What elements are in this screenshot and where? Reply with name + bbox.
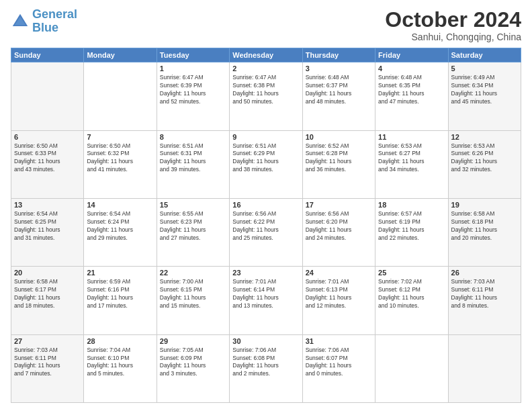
day-number: 25: [378, 269, 445, 277]
calendar-week-2: 6Sunrise: 6:50 AM Sunset: 6:33 PM Daylig…: [11, 130, 521, 198]
day-number: 26: [451, 269, 518, 277]
day-number: 24: [306, 269, 372, 277]
day-info: Sunrise: 7:06 AM Sunset: 6:07 PM Dayligh…: [306, 347, 372, 379]
calendar-cell: 10Sunrise: 6:52 AM Sunset: 6:28 PM Dayli…: [302, 130, 375, 198]
day-number: 9: [232, 133, 299, 141]
header: General Blue October 2024 Sanhui, Chongq…: [11, 8, 521, 42]
day-info: Sunrise: 6:50 AM Sunset: 6:32 PM Dayligh…: [87, 142, 153, 175]
day-info: Sunrise: 7:06 AM Sunset: 6:08 PM Dayligh…: [232, 347, 299, 379]
day-info: Sunrise: 6:51 AM Sunset: 6:31 PM Dayligh…: [160, 142, 226, 175]
title-block: October 2024 Sanhui, Chongqing, China: [385, 8, 521, 42]
calendar-cell: 1Sunrise: 6:47 AM Sunset: 6:39 PM Daylig…: [157, 62, 229, 130]
calendar-cell: 17Sunrise: 6:56 AM Sunset: 6:20 PM Dayli…: [302, 198, 375, 266]
calendar-cell: [84, 62, 157, 130]
calendar-cell: 11Sunrise: 6:53 AM Sunset: 6:27 PM Dayli…: [375, 130, 448, 198]
calendar-header: Sunday Monday Tuesday Wednesday Thursday…: [11, 48, 521, 62]
day-info: Sunrise: 7:02 AM Sunset: 6:12 PM Dayligh…: [378, 278, 445, 310]
calendar-cell: 12Sunrise: 6:53 AM Sunset: 6:26 PM Dayli…: [448, 130, 521, 198]
col-thursday: Thursday: [302, 48, 375, 62]
day-info: Sunrise: 6:49 AM Sunset: 6:34 PM Dayligh…: [451, 74, 518, 106]
page: General Blue October 2024 Sanhui, Chongq…: [0, 0, 532, 411]
calendar-cell: 27Sunrise: 7:03 AM Sunset: 6:11 PM Dayli…: [11, 334, 84, 402]
calendar-cell: 16Sunrise: 6:56 AM Sunset: 6:22 PM Dayli…: [230, 198, 302, 266]
day-info: Sunrise: 6:56 AM Sunset: 6:20 PM Dayligh…: [306, 210, 372, 242]
day-number: 22: [160, 269, 226, 277]
day-info: Sunrise: 7:00 AM Sunset: 6:15 PM Dayligh…: [160, 278, 226, 310]
calendar-cell: 14Sunrise: 6:54 AM Sunset: 6:24 PM Dayli…: [84, 198, 157, 266]
day-info: Sunrise: 6:58 AM Sunset: 6:18 PM Dayligh…: [451, 210, 518, 242]
day-info: Sunrise: 7:03 AM Sunset: 6:11 PM Dayligh…: [14, 347, 81, 379]
subtitle: Sanhui, Chongqing, China: [385, 32, 521, 42]
calendar-cell: 4Sunrise: 6:48 AM Sunset: 6:35 PM Daylig…: [375, 62, 448, 130]
calendar-week-3: 13Sunrise: 6:54 AM Sunset: 6:25 PM Dayli…: [11, 198, 521, 266]
logo-line2: Blue: [32, 21, 58, 34]
calendar-cell: 20Sunrise: 6:58 AM Sunset: 6:17 PM Dayli…: [11, 267, 84, 334]
day-info: Sunrise: 6:51 AM Sunset: 6:29 PM Dayligh…: [232, 142, 299, 175]
day-number: 10: [306, 133, 372, 141]
calendar-week-1: 1Sunrise: 6:47 AM Sunset: 6:39 PM Daylig…: [11, 62, 521, 130]
logo: General Blue: [11, 8, 77, 35]
day-number: 19: [451, 201, 518, 209]
calendar-week-4: 20Sunrise: 6:58 AM Sunset: 6:17 PM Dayli…: [11, 267, 521, 334]
col-friday: Friday: [375, 48, 448, 62]
day-number: 7: [87, 133, 153, 141]
calendar-cell: [375, 334, 448, 402]
day-number: 3: [306, 64, 372, 73]
logo-text: General Blue: [32, 8, 77, 35]
day-number: 21: [87, 269, 153, 277]
day-info: Sunrise: 7:03 AM Sunset: 6:11 PM Dayligh…: [451, 278, 518, 310]
day-info: Sunrise: 6:48 AM Sunset: 6:37 PM Dayligh…: [306, 74, 372, 106]
day-info: Sunrise: 6:47 AM Sunset: 6:38 PM Dayligh…: [232, 74, 299, 106]
calendar-cell: 31Sunrise: 7:06 AM Sunset: 6:07 PM Dayli…: [302, 334, 375, 402]
day-number: 6: [14, 133, 81, 141]
month-title: October 2024: [385, 8, 521, 32]
calendar-cell: 3Sunrise: 6:48 AM Sunset: 6:37 PM Daylig…: [302, 62, 375, 130]
col-monday: Monday: [84, 48, 157, 62]
day-number: 15: [160, 201, 226, 209]
day-info: Sunrise: 6:56 AM Sunset: 6:22 PM Dayligh…: [232, 210, 299, 242]
day-info: Sunrise: 6:53 AM Sunset: 6:26 PM Dayligh…: [451, 142, 518, 175]
col-tuesday: Tuesday: [157, 48, 229, 62]
calendar-cell: 23Sunrise: 7:01 AM Sunset: 6:14 PM Dayli…: [230, 267, 302, 334]
day-number: 5: [451, 64, 518, 73]
day-number: 1: [160, 64, 226, 73]
day-number: 14: [87, 201, 153, 209]
calendar-cell: 13Sunrise: 6:54 AM Sunset: 6:25 PM Dayli…: [11, 198, 84, 266]
calendar-cell: 29Sunrise: 7:05 AM Sunset: 6:09 PM Dayli…: [157, 334, 229, 402]
day-info: Sunrise: 7:04 AM Sunset: 6:10 PM Dayligh…: [87, 347, 153, 379]
day-number: 30: [232, 337, 299, 345]
calendar-cell: 8Sunrise: 6:51 AM Sunset: 6:31 PM Daylig…: [157, 130, 229, 198]
calendar-cell: 26Sunrise: 7:03 AM Sunset: 6:11 PM Dayli…: [448, 267, 521, 334]
day-info: Sunrise: 7:01 AM Sunset: 6:14 PM Dayligh…: [232, 278, 299, 310]
day-number: 27: [14, 337, 81, 345]
col-saturday: Saturday: [448, 48, 521, 62]
day-number: 4: [378, 64, 445, 73]
day-number: 11: [378, 133, 445, 141]
calendar-cell: 30Sunrise: 7:06 AM Sunset: 6:08 PM Dayli…: [230, 334, 302, 402]
day-number: 17: [306, 201, 372, 209]
day-info: Sunrise: 6:58 AM Sunset: 6:17 PM Dayligh…: [14, 278, 81, 310]
day-number: 13: [14, 201, 81, 209]
calendar-cell: 25Sunrise: 7:02 AM Sunset: 6:12 PM Dayli…: [375, 267, 448, 334]
day-info: Sunrise: 6:52 AM Sunset: 6:28 PM Dayligh…: [306, 142, 372, 175]
day-info: Sunrise: 6:53 AM Sunset: 6:27 PM Dayligh…: [378, 142, 445, 175]
calendar-cell: 21Sunrise: 6:59 AM Sunset: 6:16 PM Dayli…: [84, 267, 157, 334]
day-info: Sunrise: 6:54 AM Sunset: 6:24 PM Dayligh…: [87, 210, 153, 242]
calendar-cell: 6Sunrise: 6:50 AM Sunset: 6:33 PM Daylig…: [11, 130, 84, 198]
day-number: 8: [160, 133, 226, 141]
calendar-body: 1Sunrise: 6:47 AM Sunset: 6:39 PM Daylig…: [11, 62, 521, 403]
day-info: Sunrise: 6:54 AM Sunset: 6:25 PM Dayligh…: [14, 210, 81, 242]
logo-icon: [11, 12, 30, 31]
day-number: 31: [306, 337, 372, 345]
day-info: Sunrise: 6:47 AM Sunset: 6:39 PM Dayligh…: [160, 74, 226, 106]
day-number: 20: [14, 269, 81, 277]
calendar-cell: [11, 62, 84, 130]
calendar-cell: 28Sunrise: 7:04 AM Sunset: 6:10 PM Dayli…: [84, 334, 157, 402]
calendar-week-5: 27Sunrise: 7:03 AM Sunset: 6:11 PM Dayli…: [11, 334, 521, 402]
day-info: Sunrise: 6:55 AM Sunset: 6:23 PM Dayligh…: [160, 210, 226, 242]
calendar-cell: [448, 334, 521, 402]
calendar-cell: 9Sunrise: 6:51 AM Sunset: 6:29 PM Daylig…: [230, 130, 302, 198]
day-number: 18: [378, 201, 445, 209]
day-info: Sunrise: 6:57 AM Sunset: 6:19 PM Dayligh…: [378, 210, 445, 242]
day-number: 12: [451, 133, 518, 141]
